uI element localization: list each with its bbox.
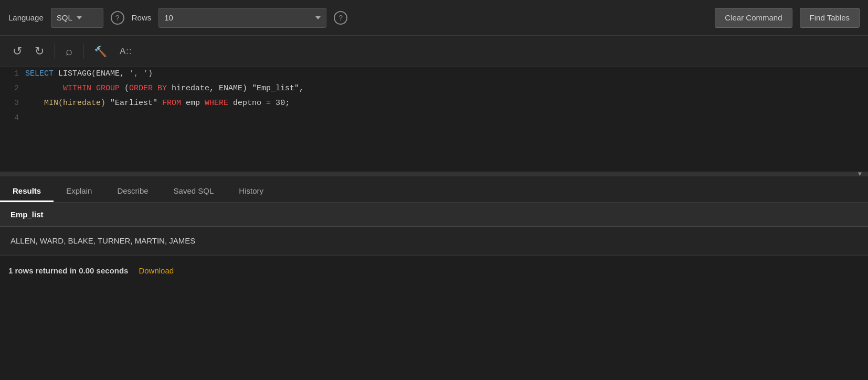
tab-results[interactable]: Results [0,181,54,202]
emp-list-cell: ALLEN, WARD, BLAKE, TURNER, MARTIN, JAME… [0,227,868,255]
format-button[interactable]: A:: [115,44,136,59]
build-button[interactable]: 🔨 [90,43,111,60]
line-number: 4 [0,111,25,124]
undo-icon: ↺ [13,45,22,58]
tab-saved-sql[interactable]: Saved SQL [161,181,227,202]
redo-button[interactable]: ↻ [30,43,48,60]
search-icon: ⌕ [66,45,72,58]
toolbar-separator-2 [83,44,83,59]
tab-describe[interactable]: Describe [104,181,161,202]
resize-arrow-icon: ▼ [858,171,862,178]
rows-chevron-icon [315,16,321,19]
language-chevron-icon [77,16,82,19]
find-tables-button[interactable]: Find Tables [800,8,860,28]
line-number: 3 [0,97,25,109]
toolbar-separator-1 [55,44,55,59]
results-tabs: ResultsExplainDescribeSaved SQLHistory [0,176,868,203]
format-icon: A:: [120,46,132,57]
tab-explain[interactable]: Explain [54,181,104,202]
language-help-icon[interactable]: ? [111,11,124,25]
code-line: 2 WITHIN GROUP (ORDER BY hiredate, ENAME… [0,82,868,97]
code-line: 1SELECT LISTAGG(ENAME, ', ') [0,67,868,82]
code-line: 3 MIN(hiredate) "Earliest" FROM emp WHER… [0,97,868,111]
column-header-emp-list: Emp_list [0,203,868,227]
search-button[interactable]: ⌕ [61,43,77,60]
download-link[interactable]: Download [139,266,174,275]
line-number: 2 [0,82,25,94]
build-icon: 🔨 [94,45,107,58]
table-row: ALLEN, WARD, BLAKE, TURNER, MARTIN, JAME… [0,227,868,255]
results-table: Emp_list ALLEN, WARD, BLAKE, TURNER, MAR… [0,203,868,255]
redo-icon: ↻ [35,45,44,58]
rows-help-icon[interactable]: ? [334,11,347,25]
code-line: 4 [0,111,868,126]
language-select[interactable]: SQL [51,8,103,28]
code-editor[interactable]: 1SELECT LISTAGG(ENAME, ', ')2 WITHIN GRO… [0,67,868,172]
undo-button[interactable]: ↺ [8,43,26,60]
line-content: MIN(hiredate) "Earliest" FROM emp WHERE … [25,97,290,110]
tab-history[interactable]: History [226,181,276,202]
results-container: ResultsExplainDescribeSaved SQLHistory E… [0,176,868,286]
status-text: 1 rows returned in 0.00 seconds [8,266,128,275]
line-content: WITHIN GROUP (ORDER BY hiredate, ENAME) … [25,82,304,95]
line-number: 1 [0,67,25,80]
resize-handle[interactable]: ▼ [0,172,868,176]
language-label: Language [8,13,44,22]
editor-toolbar: ↺ ↻ ⌕ 🔨 A:: [0,36,868,67]
line-content: SELECT LISTAGG(ENAME, ', ') [25,67,153,80]
results-footer: 1 rows returned in 0.00 seconds Download [0,255,868,286]
clear-command-button[interactable]: Clear Command [715,8,792,28]
results-table-area: Emp_list ALLEN, WARD, BLAKE, TURNER, MAR… [0,203,868,255]
top-toolbar: Language SQL ? Rows 10 ? Clear Command F… [0,0,868,36]
rows-select[interactable]: 10 [158,8,326,28]
rows-label: Rows [132,13,152,22]
